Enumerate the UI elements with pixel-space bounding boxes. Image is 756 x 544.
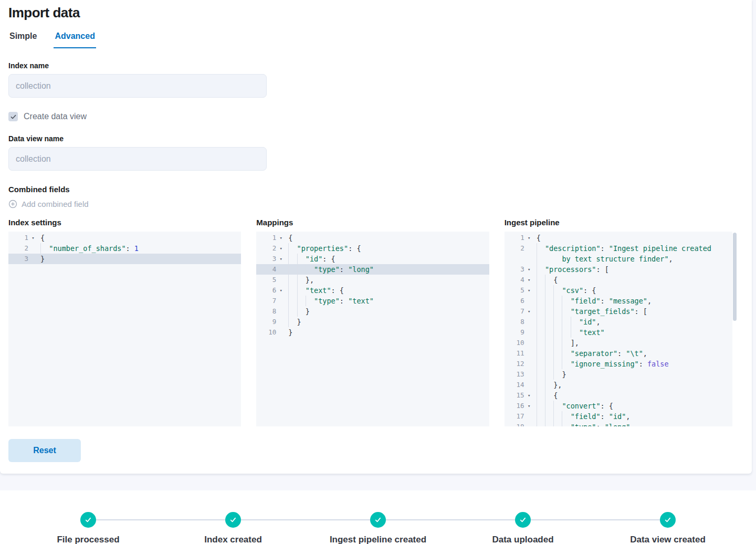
indent-guide <box>545 390 553 401</box>
indent-guide <box>545 401 553 411</box>
step-label: File processed <box>57 535 119 544</box>
indent-guide <box>545 296 553 306</box>
fold-arrow-icon[interactable]: ▾ <box>524 306 534 317</box>
fold-arrow-icon[interactable]: ▾ <box>524 390 534 401</box>
fold-arrow-icon[interactable]: ▾ <box>28 233 38 243</box>
code-line: 5▾"csv": { <box>505 285 737 296</box>
indent-guide <box>562 411 570 422</box>
editor-scrollbar[interactable] <box>732 232 737 426</box>
line-gutter: 5▾ <box>505 285 534 296</box>
code-line: 1▾{ <box>8 233 241 243</box>
line-gutter: 2▾ <box>256 243 286 254</box>
code-line: 16▾"convert": { <box>505 401 737 411</box>
indent-guide <box>537 348 545 359</box>
line-gutter: 2 <box>505 243 534 254</box>
line-gutter: 17 <box>505 411 534 422</box>
code-line: 6"field": "message", <box>505 296 737 306</box>
index-name-input[interactable] <box>8 74 267 98</box>
code-line: 2"description": "Ingest pipeline created <box>505 243 737 254</box>
indent-guide <box>553 401 562 411</box>
indent-guide <box>553 359 562 369</box>
indent-guide <box>297 285 306 296</box>
indent-guide <box>562 327 570 338</box>
fold-arrow-icon[interactable]: ▾ <box>524 264 534 275</box>
add-combined-field-label: Add combined field <box>22 200 89 208</box>
code-line: 7▾"target_fields": [ <box>505 306 737 317</box>
ingest-pipeline-editor: Ingest pipeline 1▾{2"description": "Inge… <box>505 218 737 426</box>
code-line: 1▾{ <box>505 233 737 243</box>
indent-guide <box>288 285 297 296</box>
step-file-processed: File processed <box>16 512 161 544</box>
line-gutter: 3 <box>8 254 38 264</box>
check-icon <box>10 113 17 120</box>
fold-arrow-icon[interactable]: ▾ <box>524 233 534 243</box>
line-gutter: 9 <box>256 317 286 327</box>
code-line: 5}, <box>256 275 489 285</box>
import-data-panel: Import data SimpleAdvanced Index name Cr… <box>0 0 752 474</box>
code-line: 15▾{ <box>505 390 737 401</box>
create-data-view-label: Create data view <box>24 112 87 121</box>
indent-guide <box>537 390 545 401</box>
indent-guide <box>545 306 553 317</box>
add-combined-field-button[interactable]: Add combined field <box>8 200 89 208</box>
ingest-pipeline-code-editor[interactable]: 1▾{2"description": "Ingest pipeline crea… <box>505 232 737 426</box>
index-settings-code-editor[interactable]: 1▾{2"number_of_shards": 13} <box>8 232 241 426</box>
indent-guide <box>537 369 545 380</box>
indent-guide <box>545 422 553 426</box>
mappings-title: Mappings <box>256 218 489 227</box>
line-gutter: 7 <box>256 296 286 306</box>
fold-arrow-icon[interactable]: ▾ <box>276 243 286 254</box>
indent-guide <box>288 306 297 317</box>
create-data-view-row[interactable]: Create data view <box>8 112 737 121</box>
indent-guide <box>545 369 553 380</box>
line-gutter: 13 <box>505 369 534 380</box>
fold-arrow-icon[interactable]: ▾ <box>524 401 534 411</box>
create-data-view-checkbox[interactable] <box>8 112 18 121</box>
indent-guide <box>562 422 570 426</box>
code-line: 11"separator": "\t", <box>505 348 737 359</box>
fold-arrow-icon[interactable]: ▾ <box>276 254 286 264</box>
indent-guide <box>297 264 306 275</box>
code-line: 14}, <box>505 380 737 390</box>
fold-arrow-icon[interactable]: ▾ <box>524 275 534 285</box>
editors: Index settings 1▾{2"number_of_shards": 1… <box>8 218 737 426</box>
indent-guide <box>571 317 579 327</box>
step-label: Data view created <box>630 535 706 544</box>
line-gutter: 3▾ <box>505 264 534 275</box>
step-label: Ingest pipeline created <box>330 535 426 544</box>
fold-arrow-icon[interactable]: ▾ <box>276 233 286 243</box>
fold-arrow-icon[interactable]: ▾ <box>276 285 286 296</box>
line-gutter: 4 <box>256 264 286 275</box>
fold-arrow-icon[interactable]: ▾ <box>524 285 534 296</box>
indent-guide <box>545 411 553 422</box>
code-line: 10], <box>505 338 737 348</box>
plus-in-circle-icon <box>8 200 17 208</box>
data-view-name-input[interactable] <box>8 147 267 171</box>
indent-guide <box>537 243 545 254</box>
indent-guide <box>288 296 297 306</box>
indent-guide <box>288 317 297 327</box>
indent-guide <box>537 296 545 306</box>
indent-guide <box>288 254 297 264</box>
scrollbar-thumb[interactable] <box>733 233 737 321</box>
indent-guide <box>306 296 314 306</box>
step-complete-check-icon <box>660 512 676 528</box>
tab-advanced[interactable]: Advanced <box>54 27 96 48</box>
indent-guide <box>537 306 545 317</box>
code-line: 6▾"text": { <box>256 285 489 296</box>
mappings-code-editor[interactable]: 1▾{2▾"properties": {3▾"id": {4"type": "l… <box>256 232 489 426</box>
tab-simple[interactable]: Simple <box>8 27 38 48</box>
indent-guide <box>537 264 545 275</box>
code-line: 7"type": "text" <box>256 296 489 306</box>
step-complete-check-icon <box>80 512 96 528</box>
line-gutter: 3▾ <box>256 254 286 264</box>
indent-guide <box>545 380 553 390</box>
indent-guide <box>553 306 562 317</box>
indent-guide <box>553 338 562 348</box>
reset-button[interactable]: Reset <box>8 439 81 462</box>
indent-guide <box>537 422 545 426</box>
line-gutter: 6 <box>505 296 534 306</box>
indent-guide <box>545 348 553 359</box>
line-gutter: 8 <box>505 317 534 327</box>
indent-guide <box>306 264 314 275</box>
